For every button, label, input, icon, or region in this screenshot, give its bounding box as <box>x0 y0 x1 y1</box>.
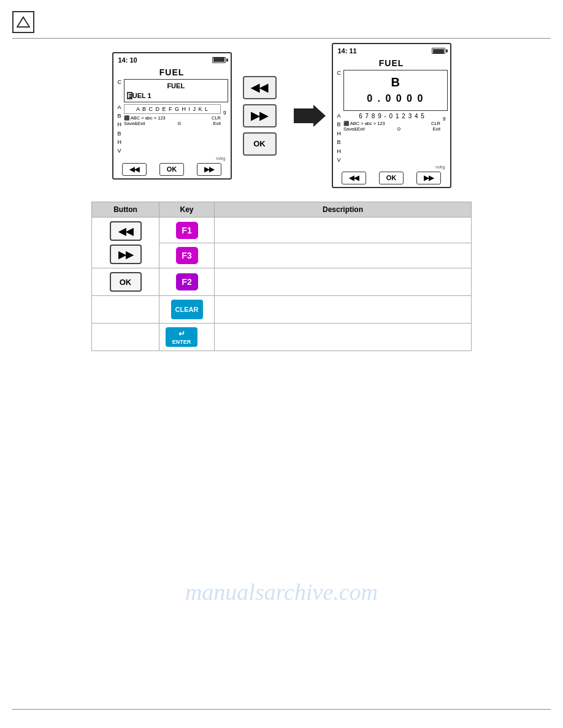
col-header-key: Key <box>159 202 215 218</box>
screens-row: 14: 10 FUEL C FUEL FUEL 1 <box>12 43 551 188</box>
table-cell-clear: CLEAR <box>159 296 215 324</box>
svg-marker-1 <box>294 105 326 127</box>
nav-btn-prev-large[interactable]: ◀◀ <box>243 76 277 99</box>
logo-box <box>12 11 34 33</box>
left-btn-next[interactable]: ▶▶ <box>197 163 221 176</box>
fkey-enter[interactable]: ↵ ENTER <box>166 327 197 347</box>
left-cursor-char: F <box>127 92 132 99</box>
top-bar <box>12 11 551 39</box>
left-screen: 14: 10 FUEL C FUEL FUEL 1 <box>112 52 232 180</box>
left-screen-time: 14: 10 <box>118 56 137 64</box>
nav-btn-next-large[interactable]: ▶▶ <box>243 104 277 127</box>
table-cell-ok-btn: OK <box>92 268 159 296</box>
table-cell-desc-f3 <box>215 243 472 268</box>
table-cell-desc-f1 <box>215 218 472 243</box>
table-cell-f1: F1 <box>159 218 215 243</box>
left-screen-body: C FUEL FUEL 1 A B H B H V <box>116 79 228 161</box>
right-btn-ok[interactable]: OK <box>379 172 404 184</box>
left-inner-title: FUEL <box>127 82 225 89</box>
right-bottom-btns: ◀◀ OK ▶▶ <box>335 172 448 184</box>
left-bottom-btns: ◀◀ OK ▶▶ <box>116 163 228 176</box>
right-btn-next[interactable]: ▶▶ <box>416 172 441 184</box>
table-section: Button Key Description ◀◀ ▶▶ F1 <box>91 202 472 351</box>
right-value-num: 0 . 0 0 0 0 <box>347 93 445 104</box>
fkey-f1[interactable]: F1 <box>176 222 198 239</box>
col-header-desc: Description <box>215 202 472 218</box>
right-btn-prev[interactable]: ◀◀ <box>342 172 366 184</box>
right-battery-icon <box>432 48 445 54</box>
table-cell-desc-enter <box>215 324 472 351</box>
ok-btn-large[interactable]: OK <box>243 132 277 156</box>
table-cell-empty-4 <box>92 324 159 351</box>
table-cell-enter: ↵ ENTER <box>159 324 215 351</box>
arrow-block: ◀◀ ▶▶ OK <box>243 76 277 156</box>
bottom-bar <box>12 709 551 710</box>
right-screen-header: 14: 11 <box>335 47 448 55</box>
fkey-f3[interactable]: F3 <box>176 247 198 264</box>
svg-marker-0 <box>17 17 29 27</box>
table-cell-desc-f2 <box>215 268 472 296</box>
right-numrow: 6 7 8 9 - 0 1 2 3 4 5 <box>342 113 442 119</box>
col-header-button: Button <box>92 202 159 218</box>
left-btn-ok[interactable]: OK <box>159 163 184 176</box>
tbl-nav-btn-prev[interactable]: ◀◀ <box>110 221 142 241</box>
left-kbd-row: A B C D E F G H I J K L <box>124 104 221 114</box>
table-row: ◀◀ ▶▶ F1 <box>92 218 472 243</box>
left-btn-prev[interactable]: ◀◀ <box>122 163 147 176</box>
left-screen-title: FUEL <box>116 66 228 79</box>
fkey-f2[interactable]: F2 <box>176 273 198 290</box>
table-row: CLEAR <box>92 296 472 324</box>
transition-arrow <box>294 105 326 127</box>
tbl-nav-btn-next[interactable]: ▶▶ <box>110 245 142 264</box>
right-screen-title: FUEL <box>335 56 448 70</box>
table-cell-empty-3 <box>92 296 159 324</box>
left-battery-icon <box>212 57 226 63</box>
table-cell-desc-clear <box>215 296 472 324</box>
right-screen-body: C B 0 . 0 0 0 0 A B H B H V <box>335 70 448 169</box>
table-cell-f2: F2 <box>159 268 215 296</box>
mapping-table: Button Key Description ◀◀ ▶▶ F1 <box>91 202 472 351</box>
right-value-b: B <box>347 75 445 89</box>
tbl-ok-btn[interactable]: OK <box>110 272 142 292</box>
watermark: manualsarchive.com <box>185 578 378 605</box>
table-row: OK F2 <box>92 268 472 296</box>
right-screen: 14: 11 FUEL C B 0 . 0 0 0 0 A B <box>332 43 451 188</box>
left-fuel-suffix: UEL 1 <box>132 92 151 99</box>
left-screen-header: 14: 10 <box>116 56 228 64</box>
table-row: ↵ ENTER <box>92 324 472 351</box>
right-screen-time: 14: 11 <box>338 47 357 55</box>
fkey-clear[interactable]: CLEAR <box>171 300 203 319</box>
main-content: 14: 10 FUEL C FUEL FUEL 1 <box>12 43 551 351</box>
table-cell-buttons-1: ◀◀ ▶▶ <box>92 218 159 268</box>
table-cell-f3: F3 <box>159 243 215 268</box>
